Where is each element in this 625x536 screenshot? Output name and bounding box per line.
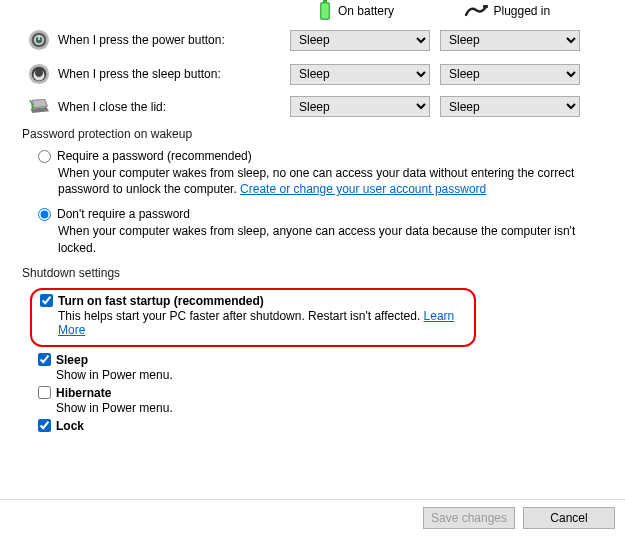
require-password-desc: When your computer wakes from sleep, no …: [38, 165, 603, 197]
fast-startup-label: Turn on fast startup (recommended): [58, 294, 264, 308]
dont-require-password-radio[interactable]: [38, 208, 51, 221]
plug-icon: [464, 4, 488, 18]
dialog-footer: Save changes Cancel: [0, 499, 625, 536]
close-lid-battery-select[interactable]: Do nothingSleepHibernateShut down: [290, 96, 430, 117]
svg-rect-3: [483, 5, 488, 8]
dont-require-password-radio-row: Don't require a password: [38, 207, 603, 221]
svg-rect-2: [322, 4, 329, 19]
sleep-desc: Show in Power menu.: [38, 368, 603, 382]
save-changes-button[interactable]: Save changes: [423, 507, 515, 529]
fast-startup-highlight: Turn on fast startup (recommended) This …: [30, 288, 476, 347]
hibernate-desc: Show in Power menu.: [38, 401, 603, 415]
shutdown-section-title: Shutdown settings: [22, 266, 603, 280]
column-on-battery: On battery: [318, 0, 458, 22]
close-lid-label: When I close the lid:: [50, 100, 290, 114]
hibernate-checkbox[interactable]: [38, 386, 51, 399]
lock-label: Lock: [56, 419, 84, 433]
sleep-label: Sleep: [56, 353, 88, 367]
svg-rect-0: [323, 0, 327, 2]
cancel-button[interactable]: Cancel: [523, 507, 615, 529]
power-button-battery-select[interactable]: Do nothingSleepHibernateShut down: [290, 30, 430, 51]
fast-startup-checkbox[interactable]: [40, 294, 53, 307]
password-section-title: Password protection on wakeup: [22, 127, 603, 141]
column-plugged-in: Plugged in: [464, 0, 604, 22]
row-power-button: When I press the power button: Do nothin…: [22, 28, 603, 52]
battery-icon: [318, 0, 332, 22]
require-password-label: Require a password (recommended): [57, 149, 252, 163]
sleep-button-battery-select[interactable]: Do nothingSleepHibernateShut down: [290, 64, 430, 85]
plugged-in-label: Plugged in: [494, 4, 551, 18]
dont-require-password-label: Don't require a password: [57, 207, 190, 221]
sleep-checkbox[interactable]: [38, 353, 51, 366]
dont-require-password-desc: When your computer wakes from sleep, any…: [38, 223, 603, 255]
fast-startup-desc: This helps start your PC faster after sh…: [40, 309, 464, 337]
hibernate-label: Hibernate: [56, 386, 111, 400]
sleep-button-icon: [22, 62, 50, 86]
require-password-radio-row: Require a password (recommended): [38, 149, 603, 163]
sleep-button-label: When I press the sleep button:: [50, 67, 290, 81]
require-password-radio[interactable]: [38, 150, 51, 163]
laptop-lid-icon: [22, 97, 50, 117]
on-battery-label: On battery: [338, 4, 394, 18]
sleep-button-plugged-select[interactable]: Do nothingSleepHibernateShut down: [440, 64, 580, 85]
create-change-password-link[interactable]: Create or change your user account passw…: [240, 182, 486, 196]
lock-checkbox[interactable]: [38, 419, 51, 432]
power-button-label: When I press the power button:: [50, 33, 290, 47]
close-lid-plugged-select[interactable]: Do nothingSleepHibernateShut down: [440, 96, 580, 117]
power-button-icon: [22, 28, 50, 52]
power-button-plugged-select[interactable]: Do nothingSleepHibernateShut down: [440, 30, 580, 51]
row-sleep-button: When I press the sleep button: Do nothin…: [22, 62, 603, 86]
row-close-lid: When I close the lid: Do nothingSleepHib…: [22, 96, 603, 117]
